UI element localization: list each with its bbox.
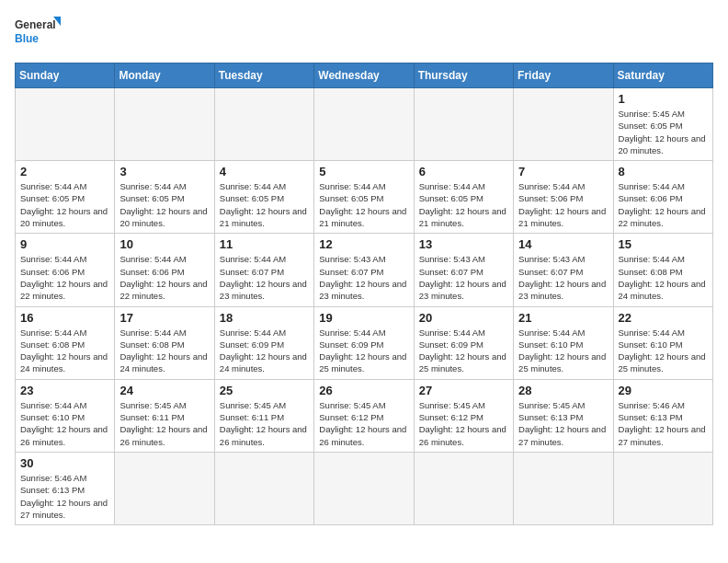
calendar-day-cell: 23Sunrise: 5:44 AM Sunset: 6:10 PM Dayli… — [16, 379, 115, 452]
calendar-day-cell: 5Sunrise: 5:44 AM Sunset: 6:05 PM Daylig… — [314, 161, 414, 234]
day-number: 25 — [220, 384, 309, 397]
day-info: Sunrise: 5:44 AM Sunset: 6:05 PM Dayligh… — [20, 180, 109, 229]
day-number: 30 — [20, 456, 109, 470]
day-info: Sunrise: 5:44 AM Sunset: 6:05 PM Dayligh… — [119, 180, 209, 229]
calendar-day-cell — [214, 88, 313, 161]
calendar-day-cell: 7Sunrise: 5:44 AM Sunset: 5:06 PM Daylig… — [514, 161, 613, 234]
calendar-day-cell — [414, 452, 513, 524]
day-number: 14 — [518, 237, 608, 251]
calendar-week-row: 2Sunrise: 5:44 AM Sunset: 6:05 PM Daylig… — [16, 161, 713, 234]
calendar-day-cell: 22Sunrise: 5:44 AM Sunset: 6:10 PM Dayli… — [613, 306, 712, 379]
day-info: Sunrise: 5:44 AM Sunset: 6:08 PM Dayligh… — [119, 327, 209, 375]
day-number: 23 — [20, 384, 109, 397]
day-number: 29 — [619, 384, 708, 397]
day-info: Sunrise: 5:44 AM Sunset: 6:10 PM Dayligh… — [518, 327, 608, 375]
day-number: 18 — [220, 311, 309, 325]
calendar-day-cell — [514, 452, 613, 524]
day-number: 15 — [619, 237, 708, 251]
day-number: 21 — [518, 311, 608, 325]
day-info: Sunrise: 5:44 AM Sunset: 6:10 PM Dayligh… — [619, 327, 708, 375]
day-number: 24 — [119, 384, 209, 397]
day-number: 16 — [20, 311, 109, 325]
day-number: 20 — [419, 311, 508, 325]
day-number: 3 — [119, 165, 209, 178]
weekday-header-wednesday: Wednesday — [314, 63, 414, 88]
day-info: Sunrise: 5:44 AM Sunset: 6:10 PM Dayligh… — [20, 399, 109, 448]
calendar-day-cell: 17Sunrise: 5:44 AM Sunset: 6:08 PM Dayli… — [115, 306, 214, 379]
calendar-day-cell: 26Sunrise: 5:45 AM Sunset: 6:12 PM Dayli… — [314, 379, 414, 452]
calendar-day-cell: 28Sunrise: 5:45 AM Sunset: 6:13 PM Dayli… — [514, 379, 613, 452]
day-number: 4 — [220, 165, 309, 178]
calendar-day-cell: 6Sunrise: 5:44 AM Sunset: 6:05 PM Daylig… — [414, 161, 513, 234]
weekday-header-row: SundayMondayTuesdayWednesdayThursdayFrid… — [16, 63, 713, 88]
day-number: 19 — [319, 311, 408, 325]
day-info: Sunrise: 5:43 AM Sunset: 6:07 PM Dayligh… — [419, 253, 508, 302]
calendar-day-cell: 24Sunrise: 5:45 AM Sunset: 6:11 PM Dayli… — [115, 379, 214, 452]
day-number: 13 — [419, 237, 508, 251]
day-number: 9 — [20, 237, 109, 251]
day-number: 7 — [518, 165, 608, 178]
day-number: 12 — [319, 237, 408, 251]
day-info: Sunrise: 5:44 AM Sunset: 6:09 PM Dayligh… — [419, 327, 508, 375]
day-info: Sunrise: 5:44 AM Sunset: 6:06 PM Dayligh… — [20, 253, 109, 302]
day-number: 26 — [319, 384, 408, 397]
calendar-day-cell: 18Sunrise: 5:44 AM Sunset: 6:09 PM Dayli… — [214, 306, 313, 379]
day-info: Sunrise: 5:45 AM Sunset: 6:05 PM Dayligh… — [619, 108, 708, 156]
calendar-week-row: 23Sunrise: 5:44 AM Sunset: 6:10 PM Dayli… — [16, 379, 713, 452]
day-number: 1 — [619, 92, 708, 106]
day-number: 28 — [518, 384, 608, 397]
logo: General Blue — [15, 15, 61, 52]
day-info: Sunrise: 5:44 AM Sunset: 6:05 PM Dayligh… — [220, 180, 309, 229]
day-info: Sunrise: 5:44 AM Sunset: 6:05 PM Dayligh… — [419, 180, 508, 229]
calendar-day-cell: 3Sunrise: 5:44 AM Sunset: 6:05 PM Daylig… — [115, 161, 214, 234]
calendar-day-cell: 8Sunrise: 5:44 AM Sunset: 6:06 PM Daylig… — [613, 161, 712, 234]
weekday-header-friday: Friday — [514, 63, 613, 88]
calendar-day-cell: 12Sunrise: 5:43 AM Sunset: 6:07 PM Dayli… — [314, 234, 414, 306]
day-info: Sunrise: 5:45 AM Sunset: 6:13 PM Dayligh… — [518, 399, 608, 448]
day-info: Sunrise: 5:46 AM Sunset: 6:13 PM Dayligh… — [619, 399, 708, 448]
calendar-week-row: 9Sunrise: 5:44 AM Sunset: 6:06 PM Daylig… — [16, 234, 713, 306]
day-number: 17 — [119, 311, 209, 325]
calendar-day-cell: 27Sunrise: 5:45 AM Sunset: 6:12 PM Dayli… — [414, 379, 513, 452]
calendar-day-cell: 14Sunrise: 5:43 AM Sunset: 6:07 PM Dayli… — [514, 234, 613, 306]
day-info: Sunrise: 5:43 AM Sunset: 6:07 PM Dayligh… — [319, 253, 408, 302]
calendar-week-row: 16Sunrise: 5:44 AM Sunset: 6:08 PM Dayli… — [16, 306, 713, 379]
calendar-day-cell — [414, 88, 513, 161]
weekday-header-tuesday: Tuesday — [214, 63, 313, 88]
day-info: Sunrise: 5:45 AM Sunset: 6:11 PM Dayligh… — [119, 399, 209, 448]
day-number: 6 — [419, 165, 508, 178]
calendar-day-cell: 11Sunrise: 5:44 AM Sunset: 6:07 PM Dayli… — [214, 234, 313, 306]
calendar-day-cell: 15Sunrise: 5:44 AM Sunset: 6:08 PM Dayli… — [613, 234, 712, 306]
day-info: Sunrise: 5:45 AM Sunset: 6:12 PM Dayligh… — [319, 399, 408, 448]
day-number: 5 — [319, 165, 408, 178]
calendar-day-cell — [115, 452, 214, 524]
svg-text:General: General — [15, 18, 56, 31]
calendar: SundayMondayTuesdayWednesdayThursdayFrid… — [15, 63, 713, 525]
logo-svg: General Blue — [15, 15, 61, 52]
calendar-day-cell — [214, 452, 313, 524]
calendar-day-cell: 20Sunrise: 5:44 AM Sunset: 6:09 PM Dayli… — [414, 306, 513, 379]
calendar-week-row: 1Sunrise: 5:45 AM Sunset: 6:05 PM Daylig… — [16, 88, 713, 161]
day-number: 27 — [419, 384, 508, 397]
day-info: Sunrise: 5:44 AM Sunset: 6:08 PM Dayligh… — [20, 327, 109, 375]
weekday-header-saturday: Saturday — [613, 63, 712, 88]
day-number: 11 — [220, 237, 309, 251]
day-info: Sunrise: 5:44 AM Sunset: 6:09 PM Dayligh… — [220, 327, 309, 375]
day-number: 10 — [119, 237, 209, 251]
day-info: Sunrise: 5:43 AM Sunset: 6:07 PM Dayligh… — [518, 253, 608, 302]
day-number: 2 — [20, 165, 109, 178]
day-info: Sunrise: 5:44 AM Sunset: 6:06 PM Dayligh… — [119, 253, 209, 302]
calendar-day-cell: 16Sunrise: 5:44 AM Sunset: 6:08 PM Dayli… — [16, 306, 115, 379]
calendar-day-cell: 25Sunrise: 5:45 AM Sunset: 6:11 PM Dayli… — [214, 379, 313, 452]
calendar-day-cell: 29Sunrise: 5:46 AM Sunset: 6:13 PM Dayli… — [613, 379, 712, 452]
svg-text:Blue: Blue — [15, 32, 39, 45]
calendar-day-cell: 19Sunrise: 5:44 AM Sunset: 6:09 PM Dayli… — [314, 306, 414, 379]
day-info: Sunrise: 5:45 AM Sunset: 6:12 PM Dayligh… — [419, 399, 508, 448]
weekday-header-thursday: Thursday — [414, 63, 513, 88]
calendar-day-cell — [514, 88, 613, 161]
calendar-week-row: 30Sunrise: 5:46 AM Sunset: 6:13 PM Dayli… — [16, 452, 713, 524]
day-info: Sunrise: 5:44 AM Sunset: 6:08 PM Dayligh… — [619, 253, 708, 302]
day-info: Sunrise: 5:46 AM Sunset: 6:13 PM Dayligh… — [20, 472, 109, 521]
calendar-day-cell — [115, 88, 214, 161]
day-info: Sunrise: 5:44 AM Sunset: 6:09 PM Dayligh… — [319, 327, 408, 375]
